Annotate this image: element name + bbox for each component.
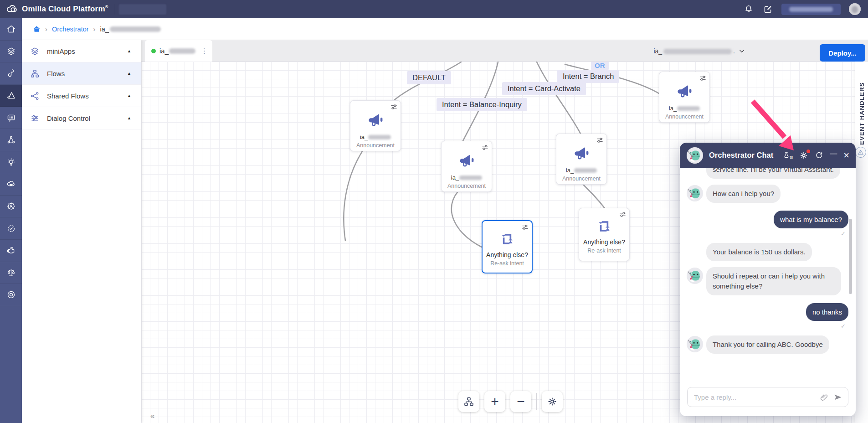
node-title: ia_ (669, 105, 700, 112)
numbers-icon (6, 68, 16, 78)
tab-status-dot (151, 49, 156, 53)
node-settings-icon[interactable] (482, 144, 488, 150)
insights-icon (6, 157, 16, 167)
redacted-node-name (574, 168, 597, 173)
caret-up-icon: ▲ (127, 49, 131, 53)
restart-icon[interactable] (815, 151, 823, 160)
nav-item-miniapps[interactable]: miniApps ▲ (22, 40, 141, 62)
bot-bubble: service line. I'll be your Virtual Assis… (706, 168, 840, 179)
rail-item-engine[interactable] (0, 240, 22, 262)
dialog-control-icon (30, 113, 40, 123)
home-icon[interactable] (33, 25, 41, 33)
redacted-node-name (368, 135, 391, 139)
dialogs-icon (6, 113, 16, 123)
bot-bubble: Should i repeat or can i help you with s… (706, 267, 841, 295)
rail-item-user-admin[interactable] (0, 196, 22, 218)
notifications-bell-icon[interactable] (743, 4, 754, 15)
tab-kebab-menu-icon[interactable]: ⋮ (201, 47, 208, 55)
nav-item-label: Flows (47, 70, 65, 77)
loop-icon (498, 230, 516, 248)
close-icon[interactable]: × (843, 150, 849, 161)
minimize-icon[interactable]: — (830, 151, 837, 160)
caret-up-icon: ▲ (127, 93, 131, 98)
node-settings-icon[interactable] (522, 224, 529, 230)
deployments-icon (6, 179, 16, 189)
nav-item-label: Shared Flows (47, 92, 89, 100)
chat-header-icons: ts — × (782, 150, 849, 161)
breadcrumb-link-orchestrator[interactable]: Orchestrator (52, 26, 89, 33)
rail-item-compliance[interactable] (0, 262, 22, 284)
edge-condition-label: Intent = Branch (557, 70, 619, 83)
toolbar-divider (536, 393, 537, 410)
node-settings-icon[interactable] (699, 75, 706, 81)
node-title: ia_ (451, 174, 482, 181)
auto-layout-button[interactable] (458, 391, 479, 412)
settings-gear-icon[interactable] (799, 151, 808, 160)
bot-avatar (686, 267, 704, 284)
chat-message-bot: Should i repeat or can i help you with s… (686, 267, 848, 295)
nav-item-flows[interactable]: Flows ▲ (22, 62, 141, 85)
rail-item-entities[interactable] (0, 129, 22, 151)
chat-input-box[interactable] (687, 387, 848, 407)
breadcrumb: › Orchestrator › ia_ (22, 18, 868, 40)
node-settings-icon[interactable] (390, 104, 397, 110)
version-text: ia_. (653, 47, 735, 55)
loop-icon (596, 217, 613, 235)
engine-icon (6, 246, 16, 255)
warning-icon[interactable] (855, 147, 866, 158)
notification-dot (806, 150, 810, 153)
tests-flask-icon[interactable]: ts (782, 151, 793, 160)
rail-item-miniapps[interactable] (0, 41, 22, 63)
breadcrumb-separator: › (45, 25, 47, 33)
bot-avatar (686, 185, 704, 202)
flow-node-announcement[interactable]: ia_ Announcement (556, 134, 607, 185)
rail-item-dialogs[interactable] (0, 107, 22, 129)
miniapps-icon (30, 46, 40, 56)
canvas-settings-button[interactable] (542, 391, 563, 412)
rail-item-deployments[interactable] (0, 173, 22, 196)
edge-condition-label: Intent = Balance-Inquiry (437, 98, 527, 111)
tab-flow-main[interactable]: ia_ ⋮ (145, 40, 212, 62)
flow-node-reask[interactable]: Anything else? Re-ask intent (579, 208, 630, 261)
zoom-in-button[interactable]: + (484, 391, 505, 412)
flow-node-announcement[interactable]: ia_ Announcement (350, 100, 401, 151)
orgchart-icon (463, 396, 474, 407)
node-settings-icon[interactable] (596, 137, 603, 143)
nav-item-dialog-control[interactable]: Dialog Control ▲ (22, 107, 141, 129)
attachment-paperclip-icon[interactable] (820, 393, 829, 402)
flows-icon (30, 69, 40, 78)
rail-item-numbers[interactable] (0, 62, 22, 85)
rail-item-quality[interactable] (0, 217, 22, 240)
panel-collapse-chevrons-icon[interactable]: « (150, 412, 864, 421)
reply-input[interactable] (694, 393, 814, 401)
rail-item-orchestrator[interactable] (0, 85, 22, 107)
node-subtitle: Announcement (356, 142, 395, 149)
support-icon (6, 290, 16, 299)
flow-node-announcement[interactable]: ia_ Announcement (441, 141, 492, 192)
rail-item-support[interactable] (0, 284, 22, 306)
user-avatar[interactable] (849, 3, 861, 15)
nav-item-shared-flows[interactable]: Shared Flows ▲ (22, 85, 141, 107)
entities-icon (6, 135, 16, 144)
chat-header: Orchestrator Chat ts — × (680, 143, 856, 168)
compose-icon[interactable] (762, 4, 773, 15)
organization-selector[interactable] (781, 4, 841, 15)
nav-item-label: Dialog Control (47, 114, 90, 122)
deploy-button[interactable]: Deploy... (820, 44, 865, 62)
node-settings-icon[interactable] (619, 212, 626, 217)
orchestrator-chat-panel: Orchestrator Chat ts — × service line. I… (680, 143, 856, 416)
event-handlers-panel[interactable]: EVENT HANDLERS (855, 62, 868, 423)
send-icon[interactable] (833, 393, 842, 402)
flow-node-announcement[interactable]: ia_ Announcement (659, 72, 710, 123)
flow-node-reask-selected[interactable]: Anything else? Re-ask intent (482, 220, 533, 273)
version-dropdown[interactable]: ia_. (653, 44, 745, 58)
chat-message-bot: service line. I'll be your Virtual Assis… (686, 168, 848, 179)
zoom-out-button[interactable]: − (510, 391, 531, 412)
rail-item-insights[interactable] (0, 151, 22, 174)
chat-scrollbar-thumb[interactable] (849, 219, 852, 294)
bot-avatar (686, 335, 704, 353)
gear-icon (547, 396, 558, 407)
chat-title: Orchestrator Chat (709, 151, 777, 160)
rail-item-home[interactable] (0, 18, 22, 41)
caret-up-icon: ▲ (127, 116, 131, 120)
